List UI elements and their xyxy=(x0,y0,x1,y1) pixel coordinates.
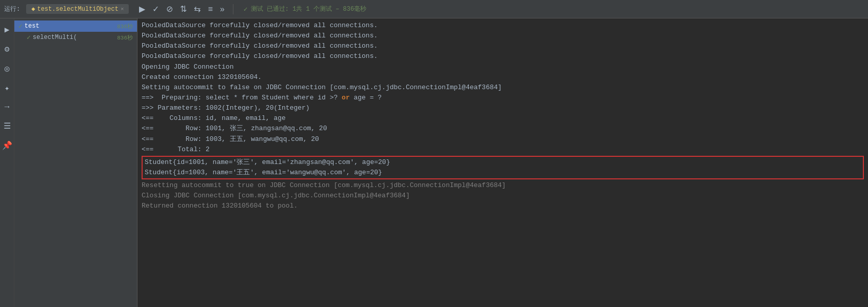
highlighted-results-box: Student{id=1001, name='张三', email='zhang… xyxy=(142,156,864,179)
run-button[interactable]: ▶ xyxy=(137,3,147,15)
console-line-12: <== Row: 1003, 王五, wangwu@qq.com, 20 xyxy=(142,134,864,145)
console-line-7: Setting autocommit to false on JDBC Conn… xyxy=(142,83,864,93)
more-button[interactable]: » xyxy=(218,4,227,15)
highlighted-line-1: Student{id=1001, name='张三', email='zhang… xyxy=(145,157,861,168)
toolbar-sep xyxy=(233,4,233,14)
tab-name: test.selectMultiObject xyxy=(37,6,118,13)
tree-item-test-time: 836秒 xyxy=(117,23,133,30)
tree-item-child-label: selectMulti( xyxy=(33,34,77,41)
toolbar: 运行: ◆ test.selectMultiObject × ▶ ✓ ⊘ ⇅ ⇆… xyxy=(0,0,868,18)
tab-diamond-icon: ◆ xyxy=(31,5,35,13)
run-sidebar-icon[interactable]: ▶ xyxy=(4,23,11,37)
tree-item-child[interactable]: ✓ selectMulti( 836秒 xyxy=(14,32,137,43)
console-line-footer-3: Returned connection 1320105604 to pool. xyxy=(142,201,864,211)
tree-child-check-icon: ✓ xyxy=(27,33,31,42)
tree-check-icon: ✓ xyxy=(18,22,23,30)
star-sidebar-icon[interactable]: ✦ xyxy=(4,81,11,95)
console-line-13: <== Total: 2 xyxy=(142,145,864,155)
tree-item-child-time: 836秒 xyxy=(117,34,133,42)
test-status-area: ✓ 测试 已通过: 1共 1 个测试 – 836毫秒 xyxy=(244,5,366,13)
tab-close-icon[interactable]: × xyxy=(121,6,124,12)
highlighted-line-2: Student{id=1003, name='王五', email='wangw… xyxy=(145,168,861,178)
console-line-8: ==> Preparing: select * from Student whe… xyxy=(142,93,864,103)
tree-item-test-label: test xyxy=(25,23,40,30)
test-tab[interactable]: ◆ test.selectMultiObject × xyxy=(26,4,129,14)
arrow-sidebar-icon[interactable]: → xyxy=(4,100,11,114)
console-line-10: <== Columns: id, name, email, age xyxy=(142,113,864,124)
list-button[interactable]: ≡ xyxy=(206,4,214,15)
rerun-button[interactable]: ⇅ xyxy=(178,3,189,15)
test-tree-panel: ✓ test 836秒 ✓ selectMulti( 836秒 xyxy=(14,18,137,307)
console-line-5: Opening JDBC Connection xyxy=(142,62,864,72)
settings-sidebar-icon[interactable]: ⚙ xyxy=(4,42,11,56)
list-sidebar-icon[interactable]: ☰ xyxy=(3,119,12,133)
console-line-1: PooledDataSource forcefully closed/remov… xyxy=(142,21,864,31)
check-button[interactable]: ✓ xyxy=(150,3,161,15)
test-pass-icon: ✓ xyxy=(244,5,248,13)
console-line-footer-1: Resetting autocommit to true on JDBC Con… xyxy=(142,180,864,191)
rerun2-button[interactable]: ⇆ xyxy=(192,3,203,15)
console-line-6: Created connection 1320105604. xyxy=(142,72,864,83)
toolbar-actions: ▶ ✓ ⊘ ⇅ ⇆ ≡ » xyxy=(137,3,226,15)
main-area: ▶ ⚙ ◎ ✦ → ☰ 📌 ✓ test 836秒 ✓ selectMulti(… xyxy=(0,18,868,307)
test-status-text: 测试 已通过: 1共 1 个测试 – 836毫秒 xyxy=(251,5,367,13)
console-line-11: <== Row: 1001, 张三, zhangsan@qq.com, 20 xyxy=(142,124,864,134)
tree-item-test[interactable]: ✓ test 836秒 xyxy=(14,21,137,32)
camera-sidebar-icon[interactable]: ◎ xyxy=(4,62,11,76)
console-output: PooledDataSource forcefully closed/remov… xyxy=(137,18,868,307)
console-line-9: =>> Parameters: 1002(Integer), 20(Intege… xyxy=(142,103,864,113)
pin-sidebar-icon[interactable]: 📌 xyxy=(1,138,13,153)
console-line-footer-2: Closing JDBC Connection [com.mysql.cj.jd… xyxy=(142,191,864,201)
console-line-3: PooledDataSource forcefully closed/remov… xyxy=(142,41,864,51)
test-tree: ✓ test 836秒 ✓ selectMulti( 836秒 xyxy=(14,18,137,307)
stop-button[interactable]: ⊘ xyxy=(164,3,175,15)
console-line-4: PooledDataSource forcefully closed/remov… xyxy=(142,51,864,62)
run-label: 运行: xyxy=(4,5,20,13)
console-line-2: PooledDataSource forcefully closed/remov… xyxy=(142,31,864,41)
sidebar-icon-strip: ▶ ⚙ ◎ ✦ → ☰ 📌 xyxy=(0,18,14,307)
